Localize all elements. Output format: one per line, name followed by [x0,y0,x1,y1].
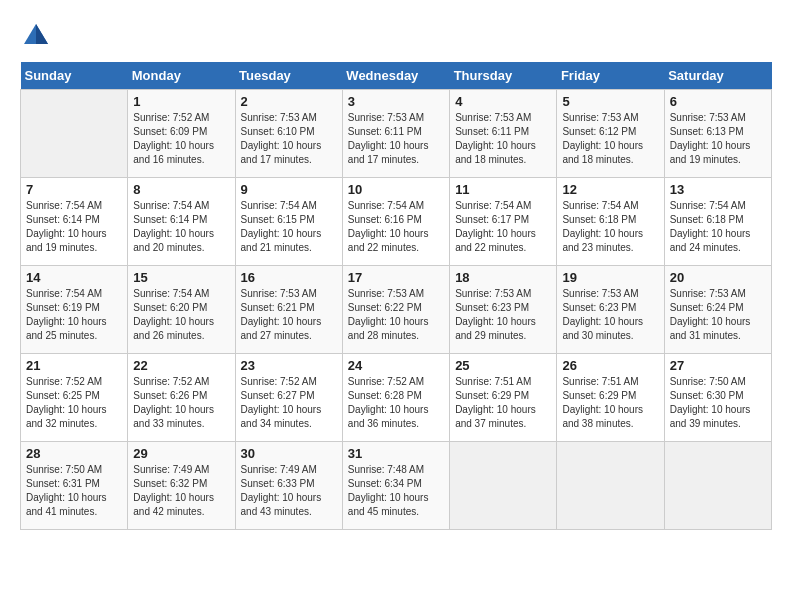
calendar-cell: 26Sunrise: 7:51 AM Sunset: 6:29 PM Dayli… [557,354,664,442]
day-number: 10 [348,182,444,197]
day-info: Sunrise: 7:54 AM Sunset: 6:18 PM Dayligh… [562,199,658,255]
day-info: Sunrise: 7:53 AM Sunset: 6:24 PM Dayligh… [670,287,766,343]
day-number: 12 [562,182,658,197]
day-info: Sunrise: 7:54 AM Sunset: 6:14 PM Dayligh… [26,199,122,255]
logo-icon [20,20,52,52]
day-number: 20 [670,270,766,285]
day-info: Sunrise: 7:49 AM Sunset: 6:33 PM Dayligh… [241,463,337,519]
day-info: Sunrise: 7:54 AM Sunset: 6:20 PM Dayligh… [133,287,229,343]
day-number: 8 [133,182,229,197]
day-number: 15 [133,270,229,285]
day-info: Sunrise: 7:54 AM Sunset: 6:17 PM Dayligh… [455,199,551,255]
day-info: Sunrise: 7:52 AM Sunset: 6:27 PM Dayligh… [241,375,337,431]
calendar-cell: 17Sunrise: 7:53 AM Sunset: 6:22 PM Dayli… [342,266,449,354]
week-row-4: 21Sunrise: 7:52 AM Sunset: 6:25 PM Dayli… [21,354,772,442]
week-row-5: 28Sunrise: 7:50 AM Sunset: 6:31 PM Dayli… [21,442,772,530]
calendar-cell: 22Sunrise: 7:52 AM Sunset: 6:26 PM Dayli… [128,354,235,442]
calendar-cell: 16Sunrise: 7:53 AM Sunset: 6:21 PM Dayli… [235,266,342,354]
header-friday: Friday [557,62,664,90]
calendar-cell: 3Sunrise: 7:53 AM Sunset: 6:11 PM Daylig… [342,90,449,178]
day-number: 13 [670,182,766,197]
calendar-cell: 15Sunrise: 7:54 AM Sunset: 6:20 PM Dayli… [128,266,235,354]
day-number: 27 [670,358,766,373]
calendar-cell: 6Sunrise: 7:53 AM Sunset: 6:13 PM Daylig… [664,90,771,178]
calendar-cell: 9Sunrise: 7:54 AM Sunset: 6:15 PM Daylig… [235,178,342,266]
header-saturday: Saturday [664,62,771,90]
calendar-cell: 21Sunrise: 7:52 AM Sunset: 6:25 PM Dayli… [21,354,128,442]
logo [20,20,56,52]
calendar-cell: 7Sunrise: 7:54 AM Sunset: 6:14 PM Daylig… [21,178,128,266]
day-number: 23 [241,358,337,373]
calendar-cell: 24Sunrise: 7:52 AM Sunset: 6:28 PM Dayli… [342,354,449,442]
calendar-cell: 12Sunrise: 7:54 AM Sunset: 6:18 PM Dayli… [557,178,664,266]
day-number: 14 [26,270,122,285]
day-info: Sunrise: 7:53 AM Sunset: 6:11 PM Dayligh… [455,111,551,167]
svg-marker-1 [36,24,48,44]
day-number: 29 [133,446,229,461]
day-number: 2 [241,94,337,109]
day-info: Sunrise: 7:48 AM Sunset: 6:34 PM Dayligh… [348,463,444,519]
day-info: Sunrise: 7:51 AM Sunset: 6:29 PM Dayligh… [562,375,658,431]
day-info: Sunrise: 7:54 AM Sunset: 6:18 PM Dayligh… [670,199,766,255]
calendar-cell: 14Sunrise: 7:54 AM Sunset: 6:19 PM Dayli… [21,266,128,354]
calendar-cell [557,442,664,530]
day-number: 25 [455,358,551,373]
calendar-cell: 23Sunrise: 7:52 AM Sunset: 6:27 PM Dayli… [235,354,342,442]
day-info: Sunrise: 7:53 AM Sunset: 6:23 PM Dayligh… [562,287,658,343]
day-info: Sunrise: 7:50 AM Sunset: 6:31 PM Dayligh… [26,463,122,519]
calendar-table: SundayMondayTuesdayWednesdayThursdayFrid… [20,62,772,530]
header-tuesday: Tuesday [235,62,342,90]
calendar-cell: 2Sunrise: 7:53 AM Sunset: 6:10 PM Daylig… [235,90,342,178]
day-info: Sunrise: 7:53 AM Sunset: 6:21 PM Dayligh… [241,287,337,343]
calendar-cell: 18Sunrise: 7:53 AM Sunset: 6:23 PM Dayli… [450,266,557,354]
day-number: 30 [241,446,337,461]
day-number: 9 [241,182,337,197]
day-info: Sunrise: 7:51 AM Sunset: 6:29 PM Dayligh… [455,375,551,431]
calendar-cell: 4Sunrise: 7:53 AM Sunset: 6:11 PM Daylig… [450,90,557,178]
day-info: Sunrise: 7:53 AM Sunset: 6:22 PM Dayligh… [348,287,444,343]
calendar-cell: 28Sunrise: 7:50 AM Sunset: 6:31 PM Dayli… [21,442,128,530]
day-number: 26 [562,358,658,373]
week-row-3: 14Sunrise: 7:54 AM Sunset: 6:19 PM Dayli… [21,266,772,354]
day-number: 1 [133,94,229,109]
calendar-cell: 25Sunrise: 7:51 AM Sunset: 6:29 PM Dayli… [450,354,557,442]
day-info: Sunrise: 7:54 AM Sunset: 6:19 PM Dayligh… [26,287,122,343]
header-monday: Monday [128,62,235,90]
calendar-cell: 11Sunrise: 7:54 AM Sunset: 6:17 PM Dayli… [450,178,557,266]
day-number: 18 [455,270,551,285]
day-info: Sunrise: 7:52 AM Sunset: 6:09 PM Dayligh… [133,111,229,167]
header-sunday: Sunday [21,62,128,90]
day-number: 16 [241,270,337,285]
header-wednesday: Wednesday [342,62,449,90]
day-info: Sunrise: 7:54 AM Sunset: 6:15 PM Dayligh… [241,199,337,255]
day-number: 7 [26,182,122,197]
week-row-1: 1Sunrise: 7:52 AM Sunset: 6:09 PM Daylig… [21,90,772,178]
day-number: 17 [348,270,444,285]
day-number: 4 [455,94,551,109]
calendar-cell: 20Sunrise: 7:53 AM Sunset: 6:24 PM Dayli… [664,266,771,354]
calendar-cell: 5Sunrise: 7:53 AM Sunset: 6:12 PM Daylig… [557,90,664,178]
day-info: Sunrise: 7:54 AM Sunset: 6:14 PM Dayligh… [133,199,229,255]
calendar-cell: 1Sunrise: 7:52 AM Sunset: 6:09 PM Daylig… [128,90,235,178]
day-info: Sunrise: 7:53 AM Sunset: 6:13 PM Dayligh… [670,111,766,167]
day-number: 6 [670,94,766,109]
day-info: Sunrise: 7:50 AM Sunset: 6:30 PM Dayligh… [670,375,766,431]
days-header-row: SundayMondayTuesdayWednesdayThursdayFrid… [21,62,772,90]
day-number: 5 [562,94,658,109]
header [20,20,772,52]
day-info: Sunrise: 7:53 AM Sunset: 6:12 PM Dayligh… [562,111,658,167]
calendar-cell: 29Sunrise: 7:49 AM Sunset: 6:32 PM Dayli… [128,442,235,530]
week-row-2: 7Sunrise: 7:54 AM Sunset: 6:14 PM Daylig… [21,178,772,266]
day-number: 24 [348,358,444,373]
day-number: 19 [562,270,658,285]
day-number: 11 [455,182,551,197]
day-info: Sunrise: 7:53 AM Sunset: 6:11 PM Dayligh… [348,111,444,167]
day-number: 22 [133,358,229,373]
day-info: Sunrise: 7:49 AM Sunset: 6:32 PM Dayligh… [133,463,229,519]
calendar-cell: 8Sunrise: 7:54 AM Sunset: 6:14 PM Daylig… [128,178,235,266]
day-info: Sunrise: 7:53 AM Sunset: 6:23 PM Dayligh… [455,287,551,343]
day-info: Sunrise: 7:52 AM Sunset: 6:28 PM Dayligh… [348,375,444,431]
calendar-cell: 19Sunrise: 7:53 AM Sunset: 6:23 PM Dayli… [557,266,664,354]
day-number: 28 [26,446,122,461]
day-info: Sunrise: 7:52 AM Sunset: 6:25 PM Dayligh… [26,375,122,431]
